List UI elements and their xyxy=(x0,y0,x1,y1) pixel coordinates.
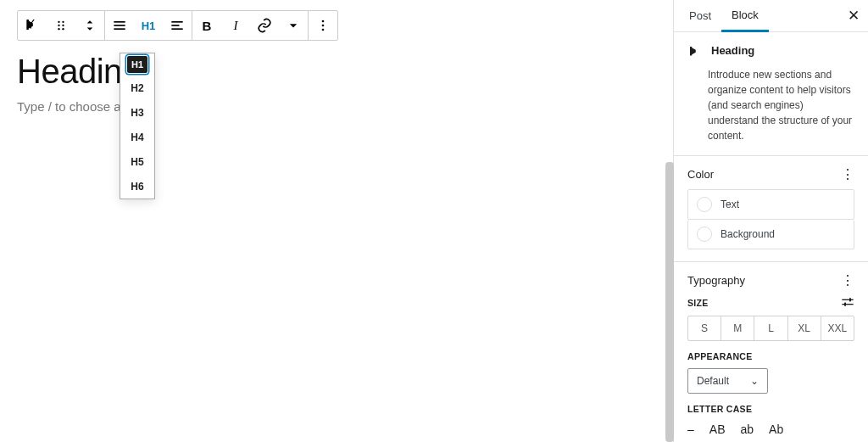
heading-level-h1[interactable]: H1 xyxy=(127,56,147,73)
sidebar-tabs: Post Block ✕ xyxy=(674,0,868,32)
color-options-icon[interactable]: ⋮ xyxy=(841,171,854,179)
svg-point-5 xyxy=(58,28,59,30)
block-card-description: Introduce new sections and organize cont… xyxy=(708,67,854,143)
heading-level-h4[interactable]: H4 xyxy=(120,125,154,149)
svg-point-3 xyxy=(58,25,59,26)
svg-point-13 xyxy=(322,20,325,23)
size-m[interactable]: M xyxy=(721,316,754,340)
size-s[interactable]: S xyxy=(688,316,721,340)
svg-point-15 xyxy=(322,29,325,31)
appearance-label: APPEARANCE xyxy=(687,351,753,361)
text-color-button[interactable]: Text xyxy=(687,189,854,220)
color-panel: Color ⋮ Text Background xyxy=(674,156,868,262)
case-upper[interactable]: AB xyxy=(709,422,726,436)
case-none[interactable]: – xyxy=(687,422,694,436)
block-card: Heading Introduce new sections and organ… xyxy=(674,32,868,156)
settings-sidebar: Post Block ✕ Heading Introduce new secti… xyxy=(673,0,868,442)
svg-point-2 xyxy=(62,21,64,23)
svg-rect-16 xyxy=(842,299,853,300)
svg-point-14 xyxy=(322,25,325,27)
svg-point-6 xyxy=(62,28,64,30)
background-color-swatch xyxy=(697,227,712,242)
svg-point-4 xyxy=(62,25,64,26)
svg-rect-17 xyxy=(842,304,853,305)
svg-point-1 xyxy=(58,21,59,23)
heading-level-h3[interactable]: H3 xyxy=(120,100,154,125)
background-color-label: Background xyxy=(721,228,775,240)
font-size-segmented: S M L XL XXL xyxy=(687,316,854,341)
typography-options-icon[interactable]: ⋮ xyxy=(841,277,854,285)
letter-case-label: LETTER CASE xyxy=(687,404,752,414)
bold-button[interactable]: B xyxy=(192,11,221,40)
heading-level-h5[interactable]: H5 xyxy=(120,149,154,174)
tab-block[interactable]: Block xyxy=(721,0,769,32)
size-label: SIZE xyxy=(687,298,709,308)
size-xxl[interactable]: XXL xyxy=(821,316,854,340)
color-panel-title: Color xyxy=(687,168,714,181)
background-color-button[interactable]: Background xyxy=(687,220,854,249)
paragraph-placeholder[interactable]: Type / to choose a xyxy=(17,99,656,114)
typography-panel: Typography ⋮ SIZE S M L XL XXL APPEARANC… xyxy=(674,262,868,442)
heading-icon xyxy=(687,44,703,62)
scrollbar-track xyxy=(665,0,674,442)
size-l[interactable]: L xyxy=(754,316,787,340)
case-cap[interactable]: Ab xyxy=(769,422,783,436)
heading-level-button[interactable]: H1 xyxy=(134,11,163,40)
drag-handle-icon[interactable] xyxy=(47,11,75,40)
text-color-label: Text xyxy=(721,199,739,210)
heading-level-h6[interactable]: H6 xyxy=(120,174,154,199)
svg-rect-9 xyxy=(114,28,125,30)
heading-level-h2[interactable]: H2 xyxy=(120,76,154,100)
appearance-select[interactable]: Default ⌄ xyxy=(687,368,768,394)
heading-level-dropdown: H1 H2 H3 H4 H5 H6 xyxy=(120,53,155,199)
heading-block[interactable]: Heading xyxy=(17,53,656,91)
letter-case-row: – AB ab Ab xyxy=(687,422,854,436)
svg-rect-18 xyxy=(849,298,851,301)
options-button[interactable] xyxy=(309,11,337,40)
text-align-button[interactable] xyxy=(163,11,192,40)
move-arrows-icon[interactable] xyxy=(75,11,104,40)
block-card-title: Heading xyxy=(711,44,754,57)
block-type-icon[interactable] xyxy=(18,11,47,40)
italic-button[interactable]: I xyxy=(221,11,250,40)
chevron-down-icon: ⌄ xyxy=(750,375,759,387)
editor-canvas: H1 B I Heading Type / to choose a H1 H2 … xyxy=(0,0,673,442)
svg-rect-12 xyxy=(171,28,182,30)
size-xl[interactable]: XL xyxy=(788,316,821,340)
svg-rect-11 xyxy=(171,25,179,26)
text-color-swatch xyxy=(697,197,712,212)
close-icon[interactable]: ✕ xyxy=(848,7,860,25)
svg-rect-19 xyxy=(844,303,846,306)
block-toolbar: H1 B I xyxy=(17,10,338,41)
link-button[interactable] xyxy=(250,11,279,40)
svg-rect-7 xyxy=(114,21,125,23)
typography-title: Typography xyxy=(687,274,745,287)
svg-rect-8 xyxy=(114,25,125,26)
appearance-value: Default xyxy=(697,375,729,387)
scrollbar-thumb[interactable] xyxy=(665,162,674,442)
tab-post[interactable]: Post xyxy=(679,1,721,31)
more-rich-text-icon[interactable] xyxy=(279,11,308,40)
size-custom-icon[interactable] xyxy=(841,297,854,309)
case-lower[interactable]: ab xyxy=(740,422,754,436)
align-button[interactable] xyxy=(105,11,134,40)
svg-rect-10 xyxy=(171,21,182,23)
